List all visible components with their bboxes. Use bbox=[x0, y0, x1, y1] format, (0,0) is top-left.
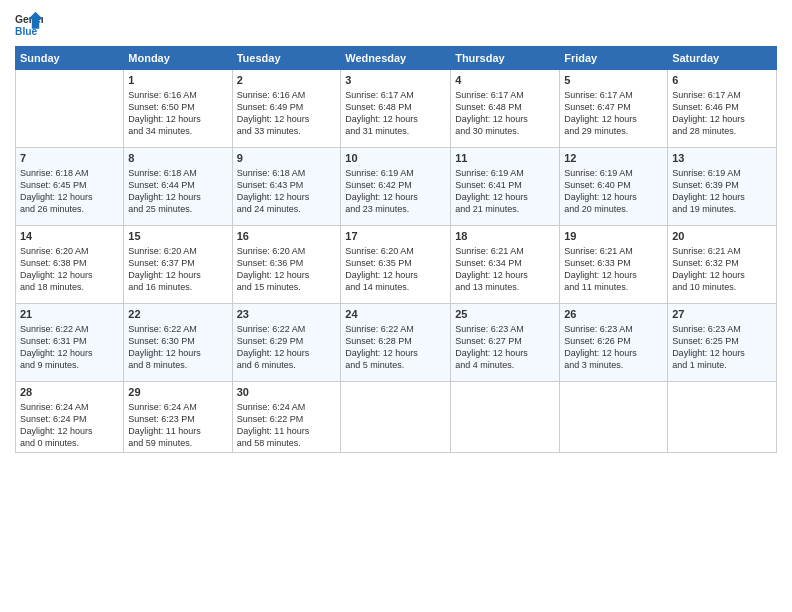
day-number: 3 bbox=[345, 73, 446, 88]
day-info-line: Sunrise: 6:20 AM bbox=[237, 245, 337, 257]
calendar-cell: 5Sunrise: 6:17 AMSunset: 6:47 PMDaylight… bbox=[560, 70, 668, 148]
day-info-line: Sunrise: 6:23 AM bbox=[564, 323, 663, 335]
day-number: 28 bbox=[20, 385, 119, 400]
day-info-line: Sunset: 6:31 PM bbox=[20, 335, 119, 347]
calendar-cell: 16Sunrise: 6:20 AMSunset: 6:36 PMDayligh… bbox=[232, 226, 341, 304]
day-number: 16 bbox=[237, 229, 337, 244]
day-number: 4 bbox=[455, 73, 555, 88]
calendar-header-row: SundayMondayTuesdayWednesdayThursdayFrid… bbox=[16, 47, 777, 70]
day-info-line: and 9 minutes. bbox=[20, 359, 119, 371]
day-info-line: Sunrise: 6:16 AM bbox=[237, 89, 337, 101]
calendar-week-row: 21Sunrise: 6:22 AMSunset: 6:31 PMDayligh… bbox=[16, 304, 777, 382]
day-info-line: Daylight: 12 hours bbox=[237, 113, 337, 125]
day-number: 6 bbox=[672, 73, 772, 88]
calendar-cell: 22Sunrise: 6:22 AMSunset: 6:30 PMDayligh… bbox=[124, 304, 232, 382]
day-info-line: Sunset: 6:45 PM bbox=[20, 179, 119, 191]
day-number: 23 bbox=[237, 307, 337, 322]
header-day-saturday: Saturday bbox=[668, 47, 777, 70]
day-info-line: Sunrise: 6:19 AM bbox=[672, 167, 772, 179]
day-number: 29 bbox=[128, 385, 227, 400]
day-info-line: and 34 minutes. bbox=[128, 125, 227, 137]
day-info-line: Daylight: 12 hours bbox=[128, 269, 227, 281]
day-info-line: Sunrise: 6:21 AM bbox=[564, 245, 663, 257]
calendar-cell: 1Sunrise: 6:16 AMSunset: 6:50 PMDaylight… bbox=[124, 70, 232, 148]
day-info-line: Sunrise: 6:24 AM bbox=[20, 401, 119, 413]
day-info-line: and 58 minutes. bbox=[237, 437, 337, 449]
day-info-line: and 16 minutes. bbox=[128, 281, 227, 293]
day-number: 22 bbox=[128, 307, 227, 322]
day-info-line: and 24 minutes. bbox=[237, 203, 337, 215]
day-info-line: Daylight: 12 hours bbox=[564, 347, 663, 359]
day-info-line: and 28 minutes. bbox=[672, 125, 772, 137]
day-info-line: Sunrise: 6:24 AM bbox=[237, 401, 337, 413]
day-info-line: and 15 minutes. bbox=[237, 281, 337, 293]
day-info-line: Daylight: 12 hours bbox=[672, 113, 772, 125]
day-info-line: Daylight: 12 hours bbox=[237, 269, 337, 281]
header-day-wednesday: Wednesday bbox=[341, 47, 451, 70]
day-info-line: and 21 minutes. bbox=[455, 203, 555, 215]
day-info-line: and 33 minutes. bbox=[237, 125, 337, 137]
calendar-cell: 20Sunrise: 6:21 AMSunset: 6:32 PMDayligh… bbox=[668, 226, 777, 304]
day-info-line: Sunset: 6:42 PM bbox=[345, 179, 446, 191]
logo: General Blue bbox=[15, 10, 43, 38]
calendar-cell: 17Sunrise: 6:20 AMSunset: 6:35 PMDayligh… bbox=[341, 226, 451, 304]
calendar-cell bbox=[16, 70, 124, 148]
day-number: 1 bbox=[128, 73, 227, 88]
day-info-line: and 0 minutes. bbox=[20, 437, 119, 449]
day-info-line: Daylight: 12 hours bbox=[20, 191, 119, 203]
header-day-monday: Monday bbox=[124, 47, 232, 70]
calendar-cell: 19Sunrise: 6:21 AMSunset: 6:33 PMDayligh… bbox=[560, 226, 668, 304]
day-info-line: Sunrise: 6:20 AM bbox=[128, 245, 227, 257]
calendar-cell: 6Sunrise: 6:17 AMSunset: 6:46 PMDaylight… bbox=[668, 70, 777, 148]
calendar-week-row: 7Sunrise: 6:18 AMSunset: 6:45 PMDaylight… bbox=[16, 148, 777, 226]
day-number: 14 bbox=[20, 229, 119, 244]
day-info-line: Sunset: 6:27 PM bbox=[455, 335, 555, 347]
day-info-line: Sunrise: 6:18 AM bbox=[20, 167, 119, 179]
day-info-line: Sunrise: 6:18 AM bbox=[128, 167, 227, 179]
day-number: 9 bbox=[237, 151, 337, 166]
day-info-line: Sunset: 6:39 PM bbox=[672, 179, 772, 191]
day-info-line: Sunrise: 6:23 AM bbox=[672, 323, 772, 335]
day-number: 12 bbox=[564, 151, 663, 166]
day-info-line: and 18 minutes. bbox=[20, 281, 119, 293]
day-info-line: Daylight: 12 hours bbox=[345, 191, 446, 203]
day-info-line: and 23 minutes. bbox=[345, 203, 446, 215]
day-info-line: Sunrise: 6:22 AM bbox=[237, 323, 337, 335]
day-info-line: and 11 minutes. bbox=[564, 281, 663, 293]
day-number: 26 bbox=[564, 307, 663, 322]
calendar-cell: 8Sunrise: 6:18 AMSunset: 6:44 PMDaylight… bbox=[124, 148, 232, 226]
day-info-line: Sunrise: 6:23 AM bbox=[455, 323, 555, 335]
day-info-line: Daylight: 12 hours bbox=[237, 347, 337, 359]
calendar-cell: 26Sunrise: 6:23 AMSunset: 6:26 PMDayligh… bbox=[560, 304, 668, 382]
day-info-line: Daylight: 11 hours bbox=[237, 425, 337, 437]
day-number: 11 bbox=[455, 151, 555, 166]
day-info-line: Sunset: 6:25 PM bbox=[672, 335, 772, 347]
day-number: 17 bbox=[345, 229, 446, 244]
day-info-line: Daylight: 12 hours bbox=[20, 425, 119, 437]
day-info-line: Sunset: 6:38 PM bbox=[20, 257, 119, 269]
day-number: 5 bbox=[564, 73, 663, 88]
day-info-line: Sunrise: 6:22 AM bbox=[20, 323, 119, 335]
day-info-line: and 4 minutes. bbox=[455, 359, 555, 371]
day-info-line: Sunset: 6:33 PM bbox=[564, 257, 663, 269]
day-info-line: Sunset: 6:48 PM bbox=[455, 101, 555, 113]
calendar-cell: 30Sunrise: 6:24 AMSunset: 6:22 PMDayligh… bbox=[232, 382, 341, 453]
day-info-line: and 10 minutes. bbox=[672, 281, 772, 293]
day-info-line: and 14 minutes. bbox=[345, 281, 446, 293]
day-info-line: Daylight: 12 hours bbox=[237, 191, 337, 203]
day-info-line: Sunset: 6:48 PM bbox=[345, 101, 446, 113]
day-info-line: Daylight: 12 hours bbox=[20, 269, 119, 281]
calendar-cell: 14Sunrise: 6:20 AMSunset: 6:38 PMDayligh… bbox=[16, 226, 124, 304]
day-info-line: Sunrise: 6:20 AM bbox=[345, 245, 446, 257]
day-info-line: Sunset: 6:23 PM bbox=[128, 413, 227, 425]
header-day-friday: Friday bbox=[560, 47, 668, 70]
header-day-thursday: Thursday bbox=[451, 47, 560, 70]
day-info-line: and 8 minutes. bbox=[128, 359, 227, 371]
day-info-line: Sunset: 6:35 PM bbox=[345, 257, 446, 269]
day-info-line: Daylight: 12 hours bbox=[345, 113, 446, 125]
day-info-line: and 25 minutes. bbox=[128, 203, 227, 215]
header-day-tuesday: Tuesday bbox=[232, 47, 341, 70]
calendar-cell: 25Sunrise: 6:23 AMSunset: 6:27 PMDayligh… bbox=[451, 304, 560, 382]
day-info-line: Daylight: 12 hours bbox=[455, 347, 555, 359]
day-info-line: Sunrise: 6:19 AM bbox=[455, 167, 555, 179]
